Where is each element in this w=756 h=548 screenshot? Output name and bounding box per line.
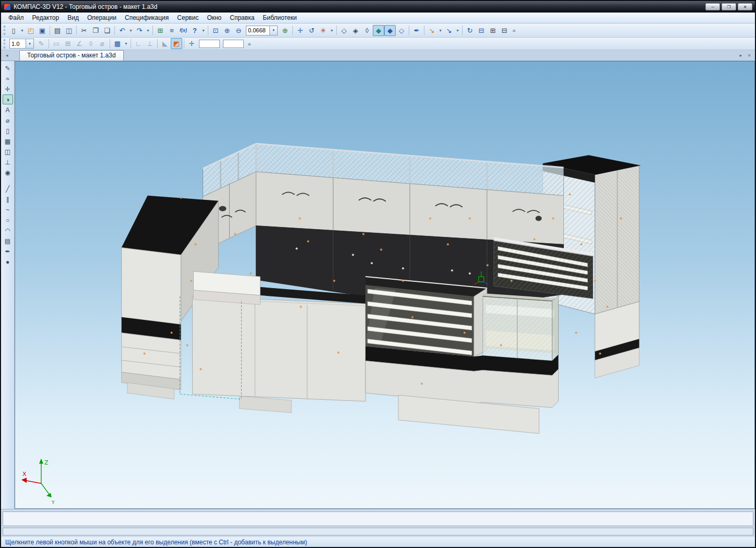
copy-button[interactable]: ❐ <box>90 25 101 36</box>
snap-angle-button[interactable]: ∠ <box>74 38 85 49</box>
edit-part-button[interactable]: ✎ <box>3 63 13 73</box>
corner-display-button[interactable]: ◣ <box>159 38 171 49</box>
undo-button[interactable]: ↶ <box>116 25 128 36</box>
tab-scroll-right-button[interactable]: ► <box>737 52 745 59</box>
viewport[interactable]: Z X Y <box>15 61 755 509</box>
snap-grid-button[interactable]: ⊞ <box>62 38 74 49</box>
frame-select-button[interactable]: ▭ <box>51 38 62 49</box>
paste-button[interactable]: ❏ <box>101 25 113 36</box>
auxiliary-axes-button[interactable]: ✛ <box>3 84 13 94</box>
maximize-button[interactable]: ❐ <box>722 3 736 10</box>
undo-caret[interactable]: ▾ <box>128 25 134 36</box>
ellipse-button[interactable]: ○ <box>3 215 13 225</box>
reports-button[interactable]: ◫ <box>3 147 13 157</box>
quick-line-button[interactable]: ↘ <box>426 25 438 36</box>
arc-button[interactable]: ◠ <box>3 225 13 235</box>
grid-toggle-button[interactable]: ▦ <box>112 38 123 49</box>
zoom-window-button[interactable]: ⊡ <box>210 25 221 36</box>
minimize-button[interactable]: ─ <box>705 3 720 10</box>
toolbar-overflow-button[interactable]: » <box>510 25 518 36</box>
parallel-button[interactable]: ∥ <box>3 194 13 204</box>
close-button[interactable]: ✕ <box>738 3 752 10</box>
coordinate-field-y[interactable] <box>223 40 244 48</box>
help-caret[interactable]: ▾ <box>200 25 206 36</box>
cut-button[interactable]: ✂ <box>78 25 90 36</box>
window-layout-button[interactable]: ⊟ <box>499 25 510 36</box>
open-document-button[interactable]: ◰ <box>25 25 37 36</box>
fx-button[interactable]: f(x) <box>178 25 189 36</box>
rotate-view-button[interactable]: ↺ <box>306 25 317 36</box>
new-document-caret[interactable]: ▾ <box>19 25 25 36</box>
arrow-tool-caret[interactable]: ▾ <box>455 25 460 36</box>
drawing-button[interactable]: ▯ <box>3 126 13 136</box>
save-button[interactable]: ▣ <box>37 25 48 36</box>
ortho-button[interactable]: ∟ <box>133 38 144 49</box>
rebuild-button[interactable]: ↻ <box>464 25 476 36</box>
halftone-button[interactable]: ◩ <box>171 38 182 49</box>
help-pointer-button[interactable]: ? <box>189 25 200 36</box>
shaded-edges-mode-button[interactable]: ◆ <box>384 25 396 36</box>
circle-button[interactable]: ◉ <box>3 168 13 177</box>
tab-scroll-left-button[interactable]: ◄ <box>3 52 10 59</box>
toolbar-grip[interactable] <box>4 26 5 35</box>
table-button[interactable]: ⊞ <box>487 25 499 36</box>
document-tab[interactable]: Торговый остров - макет 1.a3d <box>19 50 124 61</box>
perspective-mode-button[interactable]: ◇ <box>396 25 407 36</box>
redo-button[interactable]: ↷ <box>134 25 145 36</box>
orientation-caret[interactable]: ▾ <box>329 25 335 36</box>
redo-caret[interactable]: ▾ <box>145 25 151 36</box>
axes-orient-button[interactable]: ✛ <box>186 38 197 49</box>
tab-close-button[interactable]: ✕ <box>746 52 753 59</box>
sphere-button[interactable]: ● <box>3 257 13 267</box>
model-tree-button[interactable]: ⊟ <box>476 25 487 36</box>
print-side-button[interactable]: ▤ <box>3 236 13 246</box>
zoom-fit-button[interactable]: ⊕ <box>279 25 291 36</box>
shaded-mode-button[interactable]: ◆ <box>373 25 384 36</box>
render-button[interactable]: ✒ <box>3 246 13 256</box>
menu-service[interactable]: Сервис <box>173 13 203 22</box>
grid-caret[interactable]: ▾ <box>123 38 129 49</box>
model-glass-cube[interactable] <box>483 293 559 361</box>
print-preview-button[interactable]: ◫ <box>63 25 75 36</box>
zoom-combo[interactable]: 0.0668 ▾ <box>246 26 278 35</box>
menu-libraries[interactable]: Библиотеки <box>258 13 301 22</box>
zoom-combo-caret[interactable]: ▾ <box>269 26 277 35</box>
current-step-combo[interactable]: 1.0 ▾ <box>9 39 34 49</box>
variables-button[interactable]: ≡ <box>166 25 178 36</box>
associativity-button[interactable]: ✎ <box>36 38 47 49</box>
pan-button[interactable]: ✛ <box>294 25 306 36</box>
orientation-button[interactable]: ✳ <box>317 25 329 36</box>
zoom-in-button[interactable]: ⊕ <box>221 25 233 36</box>
menu-help[interactable]: Справка <box>226 13 258 22</box>
toolbar-overflow-button[interactable]: » <box>245 38 253 49</box>
diameter-tool-button[interactable]: ⌀ <box>97 38 108 49</box>
menu-specification[interactable]: Спецификация <box>121 13 173 22</box>
perpendicular-button[interactable]: ⊥ <box>144 38 156 49</box>
round-tool-button[interactable]: ◊ <box>85 38 97 49</box>
current-step-caret[interactable]: ▾ <box>26 39 33 48</box>
line-button[interactable]: ╱ <box>3 184 13 194</box>
viewport-canvas[interactable]: Z X Y <box>15 62 754 508</box>
specification-button[interactable]: ⊞ <box>155 25 166 36</box>
wireframe-mode-button[interactable]: ◇ <box>338 25 350 36</box>
toolbar-grip[interactable] <box>4 39 5 49</box>
model-display-case[interactable] <box>365 277 487 356</box>
menu-editor[interactable]: Редактор <box>28 13 64 22</box>
coordinate-field-x[interactable] <box>199 40 220 48</box>
surfaces-button[interactable]: ◑ <box>3 94 13 104</box>
measure-button[interactable]: ⌀ <box>3 115 13 125</box>
menu-file[interactable]: Файл <box>4 13 28 22</box>
new-document-button[interactable]: ▯ <box>8 25 19 36</box>
property-bar[interactable] <box>3 511 753 526</box>
quick-line-caret[interactable]: ▾ <box>438 25 443 36</box>
simplified-display-button[interactable]: ✒ <box>411 25 422 36</box>
annotations-button[interactable]: A <box>3 105 13 115</box>
print-button[interactable]: ▤ <box>52 25 63 36</box>
constraints-button[interactable]: ⊥ <box>3 157 13 167</box>
menu-operations[interactable]: Операции <box>83 13 121 22</box>
space-curves-button[interactable]: ≈ <box>3 74 13 84</box>
sketch-button[interactable]: ▦ <box>3 136 13 146</box>
spline-button[interactable]: ~ <box>3 205 13 215</box>
hidden-lines-mode-button[interactable]: ◈ <box>350 25 361 36</box>
hidden-lines-thin-mode-button[interactable]: ◊ <box>361 25 373 36</box>
